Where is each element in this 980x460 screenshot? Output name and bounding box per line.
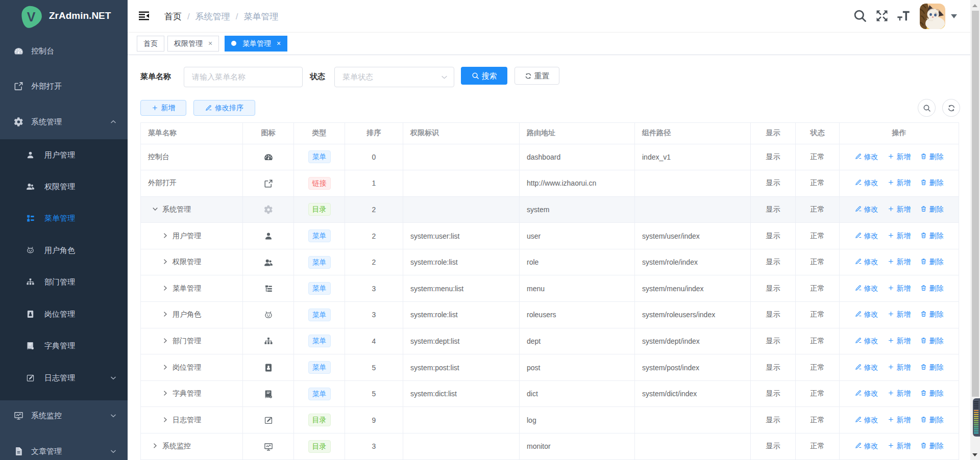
svg-text:V: V — [27, 10, 36, 24]
